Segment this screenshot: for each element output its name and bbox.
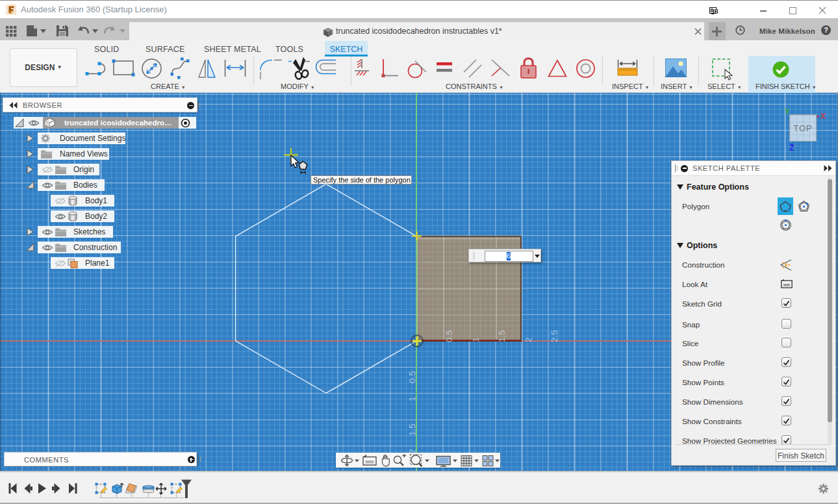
svg-text:1.5: 1.5 [497,330,507,342]
svg-text:2.5: 2.5 [550,330,559,342]
svg-text:X: X [820,112,826,121]
svg-text:1: 1 [407,396,417,401]
svg-text:2: 2 [524,337,533,342]
svg-text:Y: Y [785,107,790,116]
svg-text:1: 1 [471,337,481,342]
svg-text:0.5: 0.5 [407,371,417,383]
svg-text:1.5: 1.5 [407,423,417,436]
svg-text:0.5: 0.5 [444,330,454,342]
